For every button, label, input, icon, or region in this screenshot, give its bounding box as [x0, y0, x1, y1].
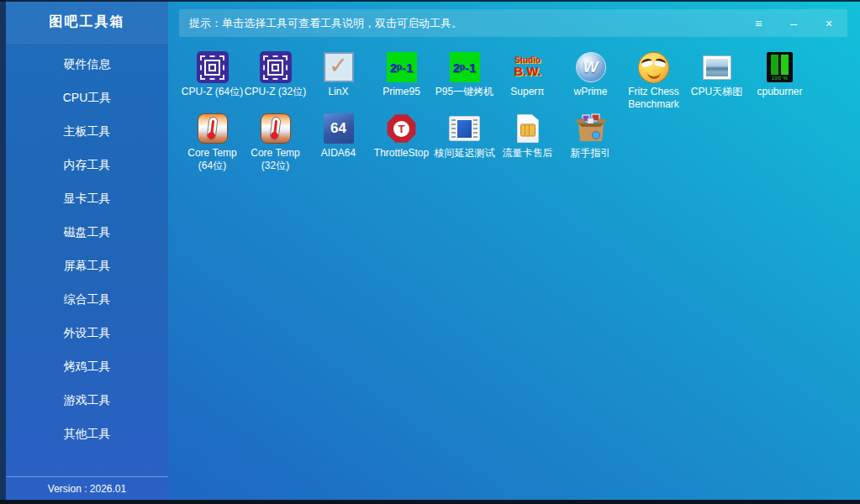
- sidebar-item-label: 烤鸡工具: [64, 360, 111, 375]
- sidebar-item-label: CPU工具: [63, 91, 112, 106]
- window-bottom-edge: [0, 500, 860, 504]
- tool-coretemp-32[interactable]: Core Temp (32位): [244, 108, 307, 172]
- sidebar-item-label: 其他工具: [64, 427, 111, 442]
- close-icon[interactable]: ×: [822, 18, 836, 29]
- cpuburner-icon: 100 %: [767, 52, 793, 82]
- sidebar-item-label: 主板工具: [64, 124, 111, 139]
- prime95-icon-text: 2ᵖ-1: [390, 60, 414, 75]
- sidebar-item-general-tools[interactable]: 综合工具: [6, 283, 168, 317]
- menu-icon[interactable]: ≡: [752, 18, 765, 29]
- app-title: 图吧工具箱: [0, 0, 168, 45]
- sidebar-item-gpu-tools[interactable]: 显卡工具: [6, 182, 168, 216]
- toolbox-window: 图吧工具箱 硬件信息 CPU工具 主板工具 内存工具 显卡工具 磁盘工具 屏幕工…: [0, 0, 860, 504]
- tool-label: 新手指引: [545, 147, 637, 160]
- sidebar-nav: 硬件信息 CPU工具 主板工具 内存工具 显卡工具 磁盘工具 屏幕工具 综合工具…: [0, 45, 168, 451]
- aida64-icon: 64: [324, 113, 354, 144]
- prime95-icon: 2ᵖ-1: [450, 52, 480, 82]
- sidebar-item-other-tools[interactable]: 其他工具: [6, 417, 168, 451]
- latency-grid-icon: [449, 116, 480, 141]
- tool-aida64[interactable]: 64 AIDA64: [307, 108, 370, 172]
- tip-text: 提示：单击选择工具可查看工具说明，双击可启动工具。: [189, 16, 741, 31]
- tool-sim-aftersales[interactable]: 流量卡售后: [496, 108, 559, 172]
- window-controls: ≡ – ×: [752, 18, 837, 29]
- checkmark-icon: [324, 52, 354, 82]
- sim-card-icon: [517, 114, 539, 143]
- tool-fritz-chess[interactable]: Fritz Chess Benchmark: [622, 47, 685, 111]
- sidebar-item-peripheral-tools[interactable]: 外设工具: [6, 317, 168, 350]
- main-area: 提示：单击选择工具可查看工具说明，双击可启动工具。 ≡ – × CPU-Z (6…: [168, 0, 860, 504]
- superpi-icon-text: B.W.: [514, 65, 541, 78]
- tool-prime95[interactable]: 2ᵖ-1 Prime95: [370, 47, 433, 111]
- sidebar-item-label: 硬件信息: [64, 57, 111, 72]
- sidebar-item-label: 游戏工具: [64, 393, 111, 408]
- tool-label: cpuburner: [734, 86, 826, 98]
- prime95-icon-text: 2ᵖ-1: [453, 60, 477, 75]
- sidebar-item-cpu-tools[interactable]: CPU工具: [6, 81, 168, 115]
- window-top-edge: [0, 0, 860, 2]
- tool-row-2: Core Temp (64位) Core Temp (32位) 64 AIDA6…: [181, 108, 622, 172]
- tool-throttlestop[interactable]: T ThrottleStop: [370, 108, 433, 172]
- prime95-icon: 2ᵖ-1: [387, 52, 417, 82]
- minimize-icon[interactable]: –: [787, 18, 800, 29]
- open-box-icon: [575, 113, 607, 144]
- wprime-icon-text: W: [583, 58, 599, 76]
- tool-row-1: CPU-Z (64位) CPU-Z (32位) LinX 2ᵖ-1 Prime9…: [181, 47, 811, 111]
- aida64-icon-text: 64: [330, 120, 346, 137]
- sidebar-item-stress-tools[interactable]: 烤鸡工具: [6, 350, 168, 384]
- version-label: Version : 2026.01: [6, 476, 168, 500]
- sidebar: 图吧工具箱 硬件信息 CPU工具 主板工具 内存工具 显卡工具 磁盘工具 屏幕工…: [0, 0, 168, 504]
- sidebar-item-disk-tools[interactable]: 磁盘工具: [6, 216, 168, 249]
- tool-core-latency-test[interactable]: 核间延迟测试: [433, 108, 496, 172]
- smiley-icon: [638, 52, 669, 83]
- thermometer-icon: [198, 113, 228, 144]
- tool-cpuz-32[interactable]: CPU-Z (32位): [244, 47, 307, 111]
- sidebar-item-memory-tools[interactable]: 内存工具: [6, 149, 168, 182]
- tool-cpuz-64[interactable]: CPU-Z (64位): [181, 47, 244, 111]
- sidebar-item-label: 磁盘工具: [64, 225, 111, 240]
- tool-p95-bake[interactable]: 2ᵖ-1 P95一键烤机: [433, 47, 496, 111]
- cpuburner-icon-text: 100 %: [772, 76, 789, 81]
- stop-sign-icon: T: [387, 114, 416, 144]
- wprime-icon: W: [576, 52, 606, 82]
- sidebar-item-label: 内存工具: [64, 158, 111, 173]
- photo-icon: [703, 55, 731, 80]
- cpuz-icon: [260, 51, 292, 83]
- sidebar-item-label: 外设工具: [64, 326, 111, 341]
- sidebar-item-motherboard-tools[interactable]: 主板工具: [6, 115, 168, 149]
- tool-cpu-ladder[interactable]: CPU天梯图: [685, 47, 748, 111]
- superpi-icon: StudioB.W.: [511, 51, 545, 83]
- sidebar-item-label: 屏幕工具: [64, 259, 111, 274]
- cpuz-icon: [197, 51, 229, 83]
- tool-cpuburner[interactable]: 100 % cpuburner: [748, 47, 811, 111]
- sidebar-item-hardware-info[interactable]: 硬件信息: [6, 48, 168, 81]
- tool-linx[interactable]: LinX: [307, 47, 370, 111]
- sidebar-item-game-tools[interactable]: 游戏工具: [6, 384, 168, 417]
- sidebar-item-label: 综合工具: [64, 292, 111, 307]
- tool-beginner-guide[interactable]: 新手指引: [559, 108, 622, 172]
- sidebar-item-label: 显卡工具: [64, 192, 111, 207]
- tool-superpi[interactable]: StudioB.W. Superπ: [496, 47, 559, 111]
- tip-bar: 提示：单击选择工具可查看工具说明，双击可启动工具。 ≡ – ×: [179, 9, 847, 37]
- throttlestop-icon-text: T: [398, 123, 405, 135]
- sidebar-item-screen-tools[interactable]: 屏幕工具: [6, 249, 168, 283]
- window-left-edge: [0, 0, 6, 504]
- thermometer-icon: [261, 113, 291, 144]
